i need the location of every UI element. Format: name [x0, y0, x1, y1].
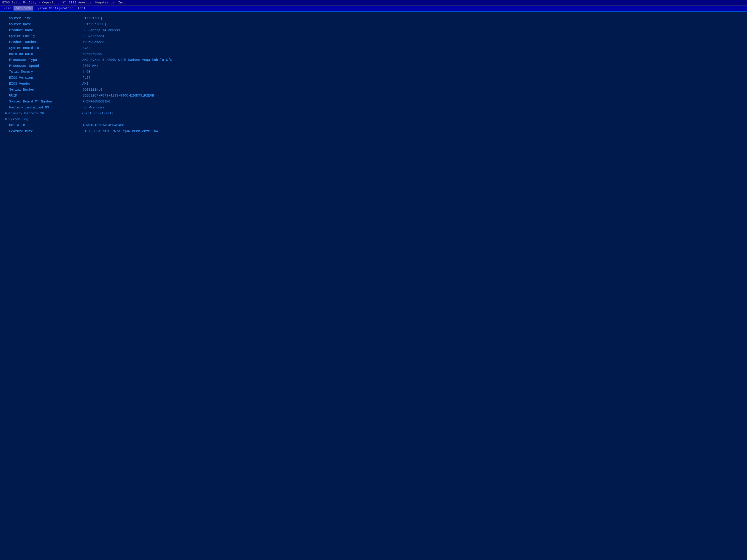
field-value-10: F.24: [82, 75, 91, 80]
main-content: System Time[17:51:00]System Date[01/29/2…: [0, 12, 747, 560]
field-label-12: Serial Number: [9, 87, 82, 92]
field-value-13: 8EEC32C7-F079-4133-890C-E26D951F2E0B: [82, 93, 154, 98]
info-row-14: System Board CT NumberPHDKR00WBCB3NC: [5, 99, 742, 105]
field-value-2: HP Laptop 14-cm0xxx: [82, 28, 120, 33]
info-row-0: System Time[17:51:00]: [5, 16, 742, 22]
field-label-2: Product Name: [9, 28, 82, 33]
field-value-6: 00/00/0000: [82, 51, 102, 56]
field-label-15: Factory installed OS: [9, 105, 82, 110]
field-value-15: non-Windows: [82, 105, 104, 110]
info-row-5: System Board ID84A2: [5, 46, 742, 51]
field-value-5: 84A2: [82, 46, 91, 51]
field-value-11: AMI: [82, 81, 88, 86]
field-label-18: Build ID: [9, 123, 82, 128]
menu-item-system-configuration[interactable]: System Configuration: [33, 6, 76, 10]
field-value-7: AMD Ryzen 3 2200U with Radeon Vega Mobil…: [82, 57, 172, 62]
field-value-14: PHDKR00WBCB3NC: [82, 99, 110, 104]
field-value-19: 3K3Y 6E6a 7K7P 7W7d 7jaw bCbh cbfP .GA: [82, 129, 158, 134]
field-value-1: [01/29/2020]: [82, 22, 106, 27]
info-row-system-log: ▶System Log: [5, 117, 742, 123]
field-label-16: Primary Battery SN: [8, 111, 81, 116]
field-label-5: System Board ID: [9, 46, 82, 51]
field-label-4: Product Number: [9, 39, 82, 45]
field-label-0: System Time: [9, 16, 82, 21]
info-row-8: Processor Speed2500 MHz: [5, 63, 742, 69]
title-bar: BIOS Setup Utility - Copyright (C) 2019 …: [0, 0, 747, 5]
menu-item-main[interactable]: Main: [1, 6, 14, 10]
field-label-11: BIOS Vendor: [9, 81, 82, 86]
info-row-16: ▶Primary Battery SN23231 03/21/2019: [5, 111, 742, 117]
field-value-8: 2500 MHz: [82, 63, 98, 69]
field-value-4: 7GP60EA#AB8: [82, 39, 104, 45]
field-value-3: HP Notebook: [82, 34, 104, 39]
field-value-12: 5CG9222NL3: [82, 87, 102, 92]
info-row-1: System Date[01/29/2020]: [5, 22, 742, 28]
bios-screen: BIOS Setup Utility - Copyright (C) 2019 …: [0, 0, 747, 560]
menu-item-exit[interactable]: Exit: [76, 6, 88, 10]
info-row-6: Born on Date00/00/0000: [5, 51, 742, 57]
field-value-9: 4 GB: [82, 69, 91, 74]
field-label-19: Feature Byte: [9, 129, 82, 134]
row-arrow-icon: ▶: [5, 111, 7, 115]
info-row-3: System FamilyHP Notebook: [5, 34, 742, 39]
info-row-15: Factory installed OSnon-Windows: [5, 105, 742, 111]
field-label-14: System Board CT Number: [9, 99, 82, 104]
field-label-3: System Family: [9, 34, 82, 39]
field-label-10: BIOS Version: [9, 75, 82, 80]
info-row-10: BIOS VersionF.24: [5, 75, 742, 81]
info-row-9: Total Memory4 GB: [5, 69, 742, 75]
menu-item-security[interactable]: Security: [14, 6, 33, 10]
arrow-indicator: ▶: [5, 117, 7, 121]
title-text: BIOS Setup Utility - Copyright (C) 2019 …: [2, 1, 126, 4]
field-label-8: Processor Speed: [9, 63, 82, 69]
field-value-18: 18WW1HAD301#SAB8#DAB8: [82, 123, 124, 128]
menu-bar: MainSecuritySystem ConfigurationExit: [0, 5, 747, 12]
info-row-19: Feature Byte3K3Y 6E6a 7K7P 7W7d 7jaw bCb…: [5, 129, 742, 135]
info-row-7: Processor TypeAMD Ryzen 3 2200U with Rad…: [5, 57, 742, 63]
info-row-13: UUID8EEC32C7-F079-4133-890C-E26D951F2E0B: [5, 93, 742, 99]
info-row-11: BIOS VendorAMI: [5, 81, 742, 87]
info-row-2: Product NameHP Laptop 14-cm0xxx: [5, 28, 742, 34]
info-row-12: Serial Number5CG9222NL3: [5, 87, 742, 93]
field-label-13: UUID: [9, 93, 82, 98]
field-label-9: Total Memory: [9, 69, 82, 74]
field-label-7: Processor Type: [9, 57, 82, 62]
field-value-16: 23231 03/21/2019: [81, 111, 113, 116]
info-row-18: Build ID18WW1HAD301#SAB8#DAB8: [5, 123, 742, 129]
field-label-6: Born on Date: [9, 51, 82, 56]
field-value-0: [17:51:00]: [82, 16, 102, 21]
field-label-system-log[interactable]: System Log: [8, 117, 81, 122]
field-label-1: System Date: [9, 22, 82, 27]
info-row-4: Product Number7GP60EA#AB8: [5, 39, 742, 46]
